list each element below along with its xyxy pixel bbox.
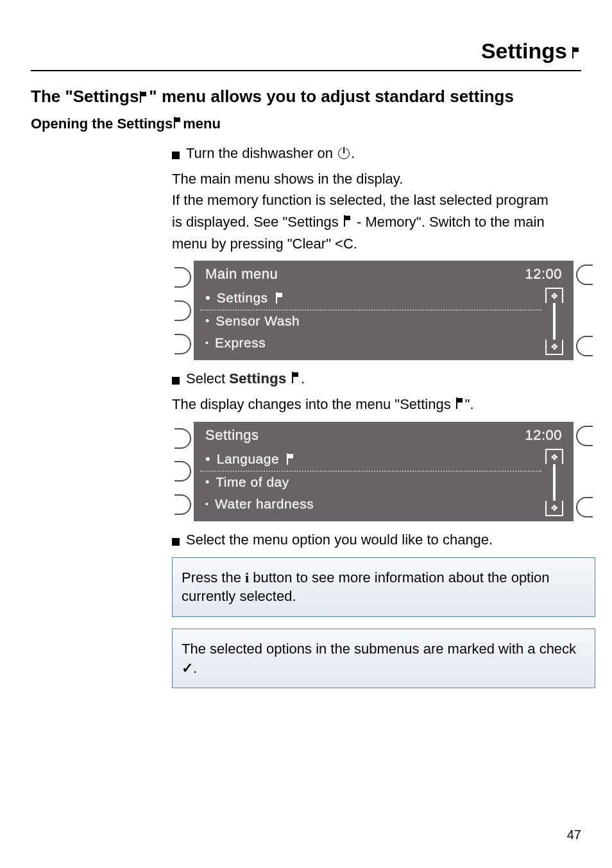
scroll-up-icon[interactable]: ❖: [545, 288, 563, 303]
power-icon: [338, 148, 350, 159]
display-right-buttons: [574, 261, 595, 360]
flag-icon: [344, 215, 352, 227]
display-main-menu: Main menu 12:00 • Settings • Sensor Wash: [172, 261, 595, 360]
scrollbar[interactable]: ❖ ❖: [541, 288, 567, 358]
heading-sub: Opening the Settings menu: [31, 116, 581, 132]
side-button[interactable]: [174, 461, 191, 482]
info-box-press-i: Press the i button to see more informati…: [172, 557, 595, 617]
side-button[interactable]: [174, 300, 191, 321]
scroll-down-icon[interactable]: ❖: [545, 340, 563, 355]
side-button[interactable]: [174, 494, 191, 515]
display-right-buttons: [574, 422, 595, 521]
flag-icon: [174, 117, 182, 128]
menu-item-language[interactable]: • Language: [200, 449, 541, 472]
step-turn-on: Turn the dishwasher on .: [172, 144, 595, 163]
flag-icon: [140, 91, 148, 103]
check-icon: ✓: [182, 660, 193, 676]
flag-icon: [276, 292, 284, 304]
menu-item-settings[interactable]: • Settings: [200, 288, 541, 311]
menu-item-time-of-day[interactable]: • Time of day: [200, 472, 541, 494]
screen-time: 12:00: [525, 427, 562, 444]
side-button[interactable]: [576, 497, 593, 517]
display-screen: Main menu 12:00 • Settings • Sensor Wash: [194, 261, 574, 360]
display-left-buttons: [172, 261, 194, 360]
screen-title: Main menu: [205, 266, 278, 282]
paragraph-display-changes: The display changes into the menu "Setti…: [172, 395, 595, 414]
step-select-settings: Select Settings .: [172, 369, 595, 388]
display-settings-menu: Settings 12:00 • Language • Time of day: [172, 422, 595, 521]
screen-time: 12:00: [525, 266, 562, 282]
screen-title: Settings: [205, 427, 259, 444]
screen-list: • Settings • Sensor Wash • Express: [200, 288, 541, 358]
heading-main: The "Settings " menu allows you to adjus…: [31, 87, 581, 107]
bullet-icon: [172, 538, 180, 546]
side-button[interactable]: [576, 265, 593, 285]
side-button[interactable]: [174, 334, 191, 354]
side-button[interactable]: [576, 336, 593, 356]
flag-icon: [287, 453, 294, 465]
menu-item-express[interactable]: • Express: [200, 333, 541, 354]
content-column: Turn the dishwasher on . The main menu s…: [172, 144, 595, 688]
side-button[interactable]: [174, 428, 191, 449]
side-button[interactable]: [576, 426, 593, 446]
menu-item-sensor-wash[interactable]: • Sensor Wash: [200, 311, 541, 333]
paragraph-main-menu: The main menu shows in the display. If t…: [172, 169, 595, 254]
flag-icon: [456, 397, 464, 409]
scrollbar[interactable]: ❖ ❖: [541, 449, 567, 519]
screen-list: • Language • Time of day • Water hardnes…: [200, 449, 541, 519]
step-select-option: Select the menu option you would like to…: [172, 530, 595, 550]
flag-icon: [572, 47, 580, 58]
inline-screen-text: Settings: [229, 370, 291, 386]
page-title: Settings: [481, 39, 567, 64]
clear-symbol: <C: [335, 236, 353, 252]
display-left-buttons: [172, 422, 194, 521]
info-box-check: The selected options in the submenus are…: [172, 629, 595, 688]
bullet-icon: [172, 377, 180, 385]
page-number: 47: [567, 828, 581, 842]
bullet-icon: [172, 152, 180, 159]
display-screen: Settings 12:00 • Language • Time of day: [194, 422, 574, 521]
scroll-down-icon[interactable]: ❖: [545, 501, 563, 516]
scroll-up-icon[interactable]: ❖: [545, 449, 563, 464]
side-button[interactable]: [174, 267, 191, 288]
flag-icon: [292, 372, 300, 383]
page-header: Settings: [31, 39, 581, 71]
menu-item-water-hardness[interactable]: • Water hardness: [200, 494, 541, 516]
